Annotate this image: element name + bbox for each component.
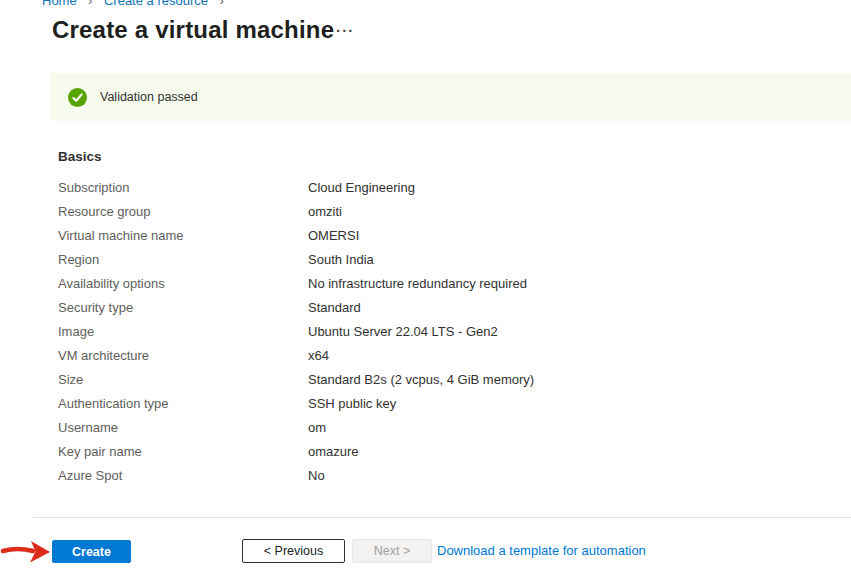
field-value: Standard B2s (2 vcpus, 4 GiB memory) [308,368,534,392]
field-label: Virtual machine name [58,224,308,248]
field-value: No [308,464,534,488]
more-actions-button[interactable]: ... [336,18,355,36]
previous-button[interactable]: < Previous [242,539,345,563]
field-value: No infrastructure redundancy required [308,272,534,296]
footer-divider [33,517,851,518]
field-value: South India [308,248,534,272]
next-button[interactable]: Next > [352,539,432,563]
basics-summary-table: Subscription Cloud Engineering Resource … [58,176,534,488]
validation-banner: Validation passed [50,73,851,121]
field-label: Resource group [58,200,308,224]
field-label: VM architecture [58,344,308,368]
field-label: Subscription [58,176,308,200]
field-value: omziti [308,200,534,224]
field-value: omazure [308,440,534,464]
field-label: Size [58,368,308,392]
check-circle-icon [68,88,87,107]
annotation-arrow-icon [0,537,54,567]
field-label: Key pair name [58,440,308,464]
field-value: Cloud Engineering [308,176,534,200]
field-label: Image [58,320,308,344]
field-value: x64 [308,344,534,368]
field-label: Security type [58,296,308,320]
validation-banner-text: Validation passed [100,90,198,104]
breadcrumb-create-a-resource-link[interactable]: Create a resource [104,0,208,8]
field-value: OMERSI [308,224,534,248]
basics-section-title: Basics [58,149,102,164]
page-title: Create a virtual machine [52,16,334,44]
field-label: Availability options [58,272,308,296]
field-value: Ubuntu Server 22.04 LTS - Gen2 [308,320,534,344]
field-label: Authentication type [58,392,308,416]
download-template-link[interactable]: Download a template for automation [437,543,646,558]
field-label: Username [58,416,308,440]
field-value: Standard [308,296,534,320]
field-value: SSH public key [308,392,534,416]
breadcrumb-separator: › [88,0,92,8]
breadcrumb-separator: › [220,0,224,8]
field-value: om [308,416,534,440]
field-label: Region [58,248,308,272]
breadcrumb: Home › Create a resource › [42,0,232,8]
create-button[interactable]: Create [52,540,131,563]
field-label: Azure Spot [58,464,308,488]
breadcrumb-home-link[interactable]: Home [42,0,77,8]
